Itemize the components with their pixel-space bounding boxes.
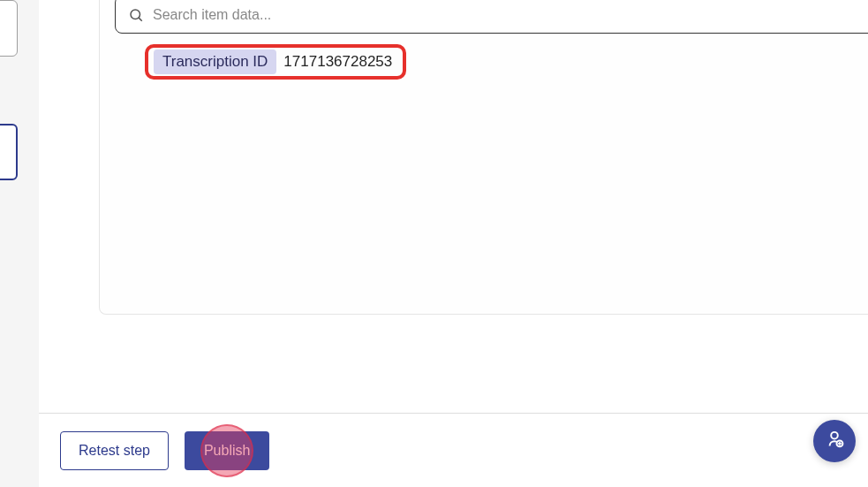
help-fab[interactable]: [813, 420, 856, 462]
tag-value: 1717136728253: [276, 49, 397, 74]
transcription-id-tag[interactable]: Transcription ID 1717136728253: [145, 44, 406, 80]
search-input[interactable]: [153, 7, 868, 23]
svg-point-2: [831, 432, 838, 439]
search-field-wrapper[interactable]: [115, 0, 868, 34]
publish-button-wrapper: Publish: [185, 431, 269, 470]
sidebar-fragment: [0, 0, 18, 487]
tag-label: Transcription ID: [154, 49, 276, 74]
svg-point-0: [131, 10, 140, 19]
sidebar-node-active[interactable]: [0, 124, 18, 180]
publish-button[interactable]: Publish: [185, 431, 269, 470]
footer-bar: Retest step Publish: [39, 413, 868, 487]
help-icon: [823, 428, 846, 454]
main-content: Transcription ID 1717136728253: [39, 0, 868, 413]
sidebar-node[interactable]: [0, 0, 18, 57]
search-icon: [128, 7, 144, 23]
retest-step-button[interactable]: Retest step: [60, 431, 169, 470]
svg-line-1: [139, 18, 142, 21]
